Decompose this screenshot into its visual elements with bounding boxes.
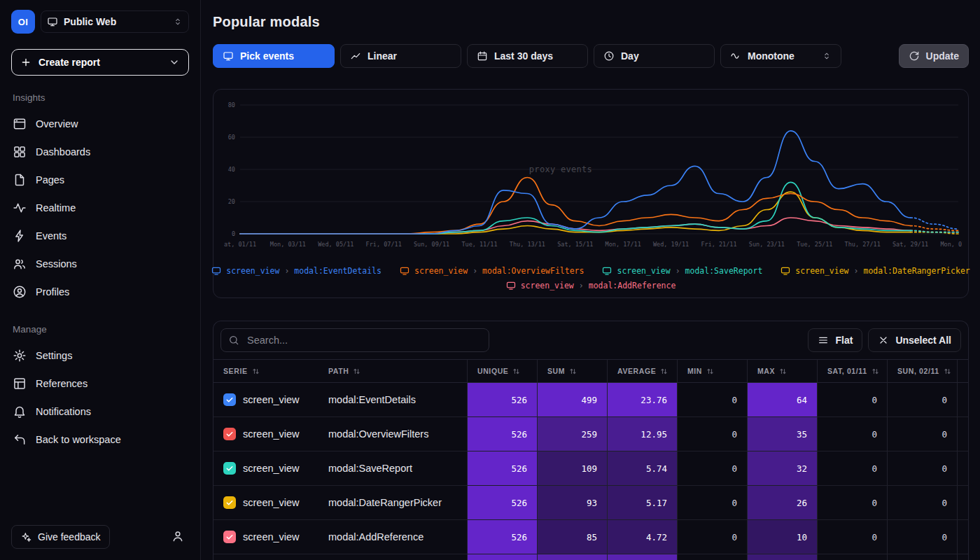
sidebar-item-references[interactable]: References: [11, 370, 189, 398]
legend-item[interactable]: screen_view›modal:DateRangerPicker: [780, 266, 969, 276]
row-checkbox[interactable]: [223, 531, 236, 543]
col-header-label: SAT, 01/11: [827, 367, 867, 375]
col-header-sat[interactable]: SAT, 01/11: [817, 359, 887, 383]
cell-path: modal:AddReference: [318, 520, 467, 554]
app-logo[interactable]: OI: [11, 10, 35, 34]
svg-text:Tue, 25/11: Tue, 25/11: [797, 241, 832, 248]
user-menu-button[interactable]: [167, 526, 189, 548]
cell-unique: 526: [467, 383, 537, 416]
legend-item[interactable]: screen_view›modal:SaveReport: [602, 266, 762, 276]
sidebar-item-notifications[interactable]: Notifications: [11, 398, 189, 426]
cell-serie: screen_view: [214, 417, 318, 451]
col-header-max[interactable]: MAX: [747, 359, 817, 383]
cell-max: 32: [747, 451, 817, 485]
svg-text:40: 40: [228, 166, 235, 173]
col-header-serie[interactable]: SERIE: [214, 359, 318, 383]
user-icon: [171, 529, 185, 543]
legend-item[interactable]: screen_view›modal:EventDetails: [211, 266, 382, 276]
col-header-label: MAX: [757, 367, 775, 375]
cell-path: modal:SaveReport: [318, 451, 467, 485]
dashboards-icon: [13, 145, 27, 159]
chevrons-up-down-icon: [822, 51, 832, 61]
table-row[interactable]: screen_viewmodal:EventDetails52649923.76…: [214, 383, 968, 417]
col-header-sun[interactable]: SUN, 02/11: [887, 359, 957, 383]
sidebar-item-sessions[interactable]: Sessions: [11, 250, 189, 278]
svg-text:Mon, 01/12: Mon, 01/12: [940, 241, 962, 248]
row-checkbox[interactable]: [223, 496, 236, 509]
legend-item[interactable]: screen_view›modal:AddReference: [506, 281, 676, 290]
sidebar-item-dashboards[interactable]: Dashboards: [11, 138, 189, 166]
sort-icon: [512, 368, 520, 375]
line-chart-icon: [350, 50, 361, 62]
cell-sun: 0: [887, 383, 957, 416]
col-header-label: SUN, 02/11: [897, 367, 939, 375]
date-range-label: Last 30 days: [494, 50, 553, 62]
svg-text:Wed, 05/11: Wed, 05/11: [318, 241, 354, 248]
col-header-unique[interactable]: UNIQUE: [467, 359, 537, 383]
cell-sum: 499: [537, 383, 607, 416]
chevron-down-icon: [169, 57, 180, 68]
row-checkbox[interactable]: [223, 393, 236, 406]
table-row[interactable]: screen_viewmodal:DateRangerPicker526935.…: [214, 486, 968, 520]
row-checkbox[interactable]: [223, 428, 236, 440]
sidebar-item-back-to-workspace[interactable]: Back to workspace: [11, 426, 189, 454]
table-row[interactable]: screen_viewmodal:AddReference526854.7201…: [214, 520, 968, 554]
svg-text:20: 20: [228, 198, 235, 205]
col-header-label: PATH: [328, 367, 349, 375]
row-checkbox[interactable]: [223, 462, 236, 475]
sidebar-item-pages[interactable]: Pages: [11, 166, 189, 194]
x-icon: [878, 335, 889, 346]
chart-type-button[interactable]: Linear: [340, 44, 461, 68]
legend-item[interactable]: screen_view›modal:OverviewFilters: [400, 266, 584, 276]
col-header-min[interactable]: MIN: [677, 359, 747, 383]
table-row[interactable]: screen_viewmodal:OverviewFilters52625912…: [214, 417, 968, 451]
pick-events-button[interactable]: Pick events: [213, 44, 335, 68]
pick-events-label: Pick events: [240, 50, 294, 62]
workspace-selector[interactable]: Public Web: [41, 10, 189, 33]
sidebar-item-overview[interactable]: Overview: [11, 110, 189, 138]
create-report-label: Create report: [38, 57, 100, 68]
table-row-clipped[interactable]: [214, 554, 968, 560]
bell-icon: [13, 405, 27, 419]
give-feedback-button[interactable]: Give feedback: [11, 525, 110, 549]
unselect-all-button[interactable]: Unselect All: [868, 328, 961, 352]
svg-text:Thu, 27/11: Thu, 27/11: [845, 241, 881, 248]
sidebar-item-label: Notifications: [36, 406, 91, 417]
flat-toggle-button[interactable]: Flat: [808, 328, 862, 352]
sidebar-item-profiles[interactable]: Profiles: [11, 278, 189, 306]
calendar-icon: [477, 50, 488, 62]
cell-max: 64: [747, 383, 817, 416]
search-input[interactable]: [246, 334, 482, 346]
workspace-icon: [47, 16, 58, 27]
cell-spacer: [957, 486, 969, 519]
sidebar-item-settings[interactable]: Settings: [11, 342, 189, 370]
screen-icon: [602, 266, 612, 276]
pages-icon: [13, 173, 27, 187]
col-header-average[interactable]: AVERAGE: [607, 359, 677, 383]
svg-text:Sat, 29/11: Sat, 29/11: [892, 241, 928, 248]
sidebar-item-realtime[interactable]: Realtime: [11, 194, 189, 222]
cell-spacer: [957, 417, 969, 451]
svg-text:Thu, 13/11: Thu, 13/11: [510, 241, 545, 248]
svg-text:Mon, 17/11: Mon, 17/11: [606, 241, 641, 248]
section-label: Insights: [13, 92, 189, 103]
overview-icon: [13, 117, 27, 131]
line-chart[interactable]: 020406080at, 01/11Mon, 03/11Wed, 05/11Fr…: [219, 95, 962, 261]
cell-sat: 0: [817, 520, 887, 554]
interval-button[interactable]: Day: [594, 44, 715, 68]
cell-serie: screen_view: [214, 451, 318, 485]
sort-icon: [779, 368, 787, 375]
sidebar-item-label: Dashboards: [36, 146, 90, 158]
col-header-path[interactable]: PATH: [318, 359, 467, 383]
cell-sum: 85: [537, 520, 607, 554]
sidebar-item-events[interactable]: Events: [11, 222, 189, 250]
flat-label: Flat: [835, 335, 853, 346]
interpolation-select[interactable]: Monotone: [720, 44, 841, 68]
table-row[interactable]: screen_viewmodal:SaveReport5261095.74032…: [214, 451, 968, 486]
update-button[interactable]: Update: [899, 44, 969, 68]
col-header-sum[interactable]: SUM: [537, 359, 607, 383]
table-panel: Flat Unselect All SERIEPATHUNIQUESUMAVER…: [213, 321, 969, 560]
date-range-button[interactable]: Last 30 days: [467, 44, 588, 68]
create-report-button[interactable]: Create report: [11, 49, 189, 76]
search-box[interactable]: [220, 328, 489, 352]
